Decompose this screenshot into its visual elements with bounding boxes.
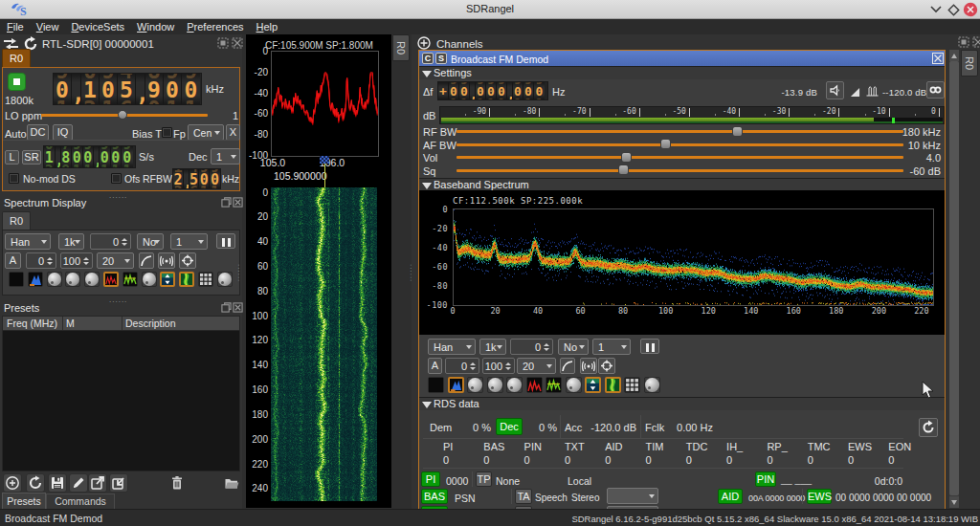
knob-icon[interactable] [644, 377, 660, 393]
baseband-rollup[interactable]: Baseband Spectrum [419, 178, 945, 190]
spin-up-icon[interactable] [505, 362, 511, 365]
range-spin[interactable]: 100 [60, 252, 93, 269]
float-dock-icon[interactable] [217, 37, 229, 49]
spectrum-green-icon[interactable] [122, 272, 138, 287]
dial-digit[interactable]: 091 [164, 74, 182, 104]
fft-window-combo[interactable]: Han [5, 233, 51, 250]
fft-overlap-spin[interactable]: 0 [510, 339, 553, 355]
autoscale-button[interactable]: A [428, 358, 442, 374]
spectrum-red-icon[interactable] [103, 272, 119, 287]
histogram-blue-icon[interactable] [28, 272, 43, 287]
spin-down-icon[interactable] [470, 367, 476, 370]
black-square-icon[interactable] [9, 272, 24, 287]
spin-up-icon[interactable] [83, 257, 89, 260]
channel-close-icon[interactable] [932, 53, 944, 64]
knob-icon[interactable] [142, 272, 157, 287]
pause-button[interactable] [640, 339, 659, 354]
fft-size-combo[interactable]: 1k [58, 233, 84, 250]
spin-down-icon[interactable] [122, 243, 127, 246]
menu-item-preferences[interactable]: Preferences [187, 21, 243, 33]
knob-icon[interactable] [566, 377, 582, 393]
clear-spectrum-button[interactable] [158, 252, 175, 269]
dial-digit[interactable]: 546 [189, 169, 200, 188]
lo-ppm-slider[interactable] [41, 108, 208, 121]
iq-button[interactable]: IQ [53, 124, 73, 141]
decay-curve-button[interactable] [560, 358, 575, 374]
delta-f-dial[interactable]: +091091,091091091,091091091 [437, 81, 548, 100]
dial-digit[interactable]: 091 [122, 146, 133, 167]
knob-icon[interactable] [84, 272, 100, 287]
fc-pos-combo[interactable]: Cen [188, 124, 224, 141]
knob-icon[interactable] [65, 272, 80, 287]
ref-level-spin[interactable]: 0 [26, 252, 56, 269]
dial-digit[interactable]: 091 [199, 169, 210, 188]
transverter-button[interactable]: X [226, 124, 240, 141]
float-dock-icon[interactable] [221, 302, 232, 313]
dial-digit[interactable]: 091 [459, 82, 470, 99]
slider-handle[interactable] [118, 110, 127, 120]
averaging-combo[interactable]: No [137, 233, 164, 250]
dial-digit[interactable]: 091 [486, 82, 497, 99]
menu-item-view[interactable]: View [36, 21, 59, 33]
averaging-value-combo[interactable]: 1 [592, 339, 631, 355]
ofs-checkbox[interactable] [111, 173, 122, 184]
dial-digit[interactable]: 102 [81, 74, 100, 104]
knob-icon[interactable] [467, 377, 483, 393]
channels-scrollbar[interactable] [949, 50, 959, 508]
slider-handle[interactable] [732, 126, 743, 137]
presets-save-button[interactable] [48, 473, 67, 493]
dial-digit[interactable]: 091 [513, 82, 523, 99]
presets-reload-button[interactable] [26, 473, 45, 493]
presets-list[interactable] [2, 331, 240, 471]
dial-digit[interactable]: 102 [44, 146, 56, 167]
dial-digit[interactable]: 091 [111, 146, 122, 167]
slider-handle[interactable] [660, 139, 671, 149]
fft-overlap-spin[interactable]: 0 [90, 233, 131, 250]
dial-digit[interactable]: 091 [210, 169, 220, 188]
minimize-icon[interactable] [929, 5, 943, 14]
spin-down-icon[interactable] [544, 348, 549, 351]
add-channel-icon[interactable] [417, 36, 431, 50]
presets-edit-button[interactable] [69, 473, 88, 493]
dial-digit[interactable]: 091 [83, 146, 95, 167]
presets-folder-button[interactable] [223, 473, 239, 493]
spin-up-icon[interactable] [122, 238, 127, 241]
spin-up-icon[interactable] [47, 257, 53, 260]
waterfall-green-icon[interactable] [605, 377, 621, 393]
close-dock-icon[interactable] [233, 197, 243, 208]
start-stop-button[interactable] [8, 73, 26, 91]
splitter-handle[interactable]: ...... [109, 191, 127, 200]
close-dock-icon[interactable] [233, 302, 243, 313]
spectrum-plot[interactable] [271, 51, 379, 157]
waterfall-share-combo[interactable]: 20 [517, 358, 556, 374]
rf-bw-slider[interactable] [457, 124, 903, 138]
black-square-icon[interactable] [428, 377, 444, 393]
rds-pi-button[interactable]: PI [421, 471, 440, 487]
baseband-spectrum-plot[interactable] [453, 208, 934, 306]
knob-icon[interactable] [47, 272, 62, 287]
dial-digit[interactable]: 091 [476, 82, 486, 99]
channel-s-button[interactable]: S [435, 53, 447, 64]
presets-trash-button[interactable] [168, 473, 185, 493]
close-icon[interactable] [963, 2, 978, 17]
scroll-down-button[interactable] [949, 496, 959, 508]
spin-down-icon[interactable] [47, 262, 53, 265]
dial-digit[interactable]: 091 [100, 146, 111, 167]
rds-pin-button[interactable]: PIN [755, 471, 776, 487]
rds-tp-button[interactable]: TP [476, 471, 492, 487]
waterfall-icon[interactable] [160, 272, 175, 287]
waterfall-green-icon[interactable] [179, 272, 194, 287]
waterfall-plot[interactable] [271, 187, 377, 501]
autoscale-button[interactable]: A [5, 252, 21, 269]
splitter-handle[interactable]: ...... [109, 296, 127, 304]
vol-slider[interactable] [457, 150, 903, 164]
mute-button[interactable] [826, 81, 844, 99]
dial-digit[interactable]: 091 [497, 82, 507, 99]
dial-digit[interactable]: 879 [61, 146, 73, 167]
spectrum-green-icon[interactable] [546, 377, 562, 393]
rds-bas-button[interactable]: BAS [421, 489, 448, 504]
float-dock-icon[interactable] [958, 36, 969, 48]
presets-export-button[interactable] [88, 473, 107, 493]
range-spin[interactable]: 100 [482, 358, 515, 374]
dial-digit[interactable]: 091 [182, 74, 200, 104]
